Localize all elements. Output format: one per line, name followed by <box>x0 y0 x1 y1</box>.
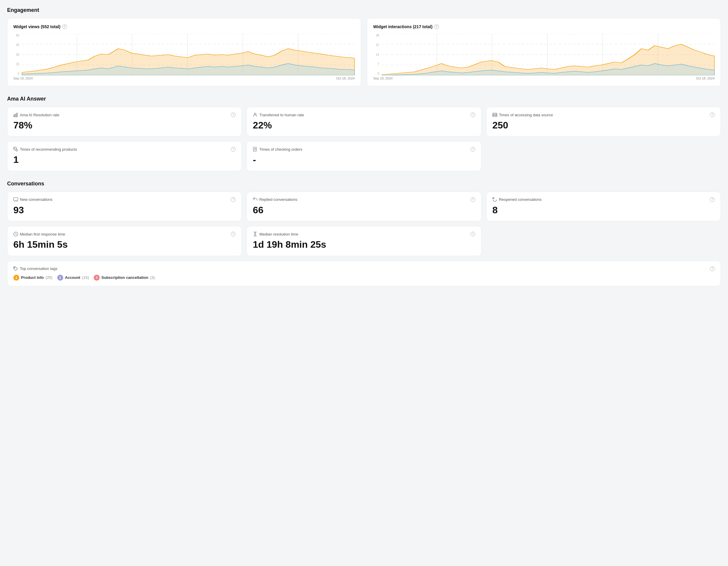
widget-interactions-svg-wrap <box>382 34 715 75</box>
widget-views-y-labels: 60 45 30 15 0 <box>13 34 22 75</box>
widget-interactions-chart-inner: 28 21 14 7 0 <box>373 34 715 75</box>
tag-badge-2: 2 <box>57 275 63 281</box>
median-first-response-value: 6h 15min 5s <box>13 239 236 250</box>
transferred-rate-header: Transferred to human rate ? <box>253 112 475 117</box>
data-source-value: 250 <box>492 120 715 131</box>
median-first-response-help-icon[interactable]: ? <box>231 232 236 236</box>
tag-count-2: (15) <box>82 275 89 280</box>
replied-conversations-label: Replied conversations <box>253 197 297 202</box>
transferred-rate-value: 22% <box>253 120 475 131</box>
tag-name-3: Subscription cancellation <box>101 275 148 280</box>
resolution-rate-value: 78% <box>13 120 236 131</box>
checking-orders-help-icon[interactable]: ? <box>471 147 475 152</box>
new-conversations-label: New conversations <box>13 197 53 202</box>
median-resolution-header: Median resolution time ? <box>253 232 475 236</box>
data-source-help-icon[interactable]: ? <box>710 112 715 117</box>
widget-views-card: Widget views (552 total) ? 60 45 30 15 0 <box>7 18 361 86</box>
replied-conversations-value: 66 <box>253 204 475 216</box>
svg-rect-20 <box>14 115 15 117</box>
median-first-response-header: Median first response time ? <box>13 232 236 236</box>
replied-conversations-card: Replied conversations ? 66 <box>247 192 481 221</box>
checking-orders-value: - <box>253 154 475 165</box>
svg-point-36 <box>14 267 15 268</box>
data-source-header: Times of accessing data source ? <box>492 112 715 117</box>
widget-interactions-title: Widget interactions (217 total) ? <box>373 24 715 29</box>
top-tags-header: Top conversation tags ? <box>13 266 715 271</box>
transferred-rate-help-icon[interactable]: ? <box>471 112 475 117</box>
tag-label-icon <box>13 266 18 271</box>
checking-orders-card: Times of checking orders ? - <box>247 141 481 171</box>
svg-rect-24 <box>493 113 497 114</box>
recommend-products-card: Times of recommending products ? 1 <box>7 141 242 171</box>
replied-conversations-header: Replied conversations ? <box>253 197 475 202</box>
recommend-products-help-icon[interactable]: ? <box>231 147 236 152</box>
widget-views-svg <box>22 34 355 75</box>
tag-item-2: 2 Account(15) <box>57 275 89 281</box>
new-conversations-value: 93 <box>13 204 236 216</box>
widget-interactions-help-icon[interactable]: ? <box>434 24 439 29</box>
recommend-products-value: 1 <box>13 154 236 165</box>
widget-views-title: Widget views (552 total) ? <box>13 24 355 29</box>
tag-name-1: Product info <box>21 275 44 280</box>
tag-badge-3: 3 <box>94 275 100 281</box>
new-conversations-header: New conversations ? <box>13 197 236 202</box>
median-resolution-label: Median resolution time <box>253 232 298 236</box>
tag-name-2: Account <box>65 275 80 280</box>
person-icon <box>253 112 257 117</box>
chart-icon <box>13 112 18 117</box>
svg-point-23 <box>254 113 256 115</box>
reopened-conversations-card: Reopened conversations ? 8 <box>486 192 721 221</box>
widget-views-chart-inner: 60 45 30 15 0 <box>13 34 355 75</box>
tag-badge-1: 1 <box>13 275 19 281</box>
tag-count-3: (3) <box>150 275 155 280</box>
data-source-label: Times of accessing data source <box>492 112 553 117</box>
resolution-rate-header: Ama AI Resolution rate ? <box>13 112 236 117</box>
new-conversations-help-icon[interactable]: ? <box>231 197 236 202</box>
transferred-rate-card: Transferred to human rate ? 22% <box>247 107 481 136</box>
resolution-rate-help-icon[interactable]: ? <box>231 112 236 117</box>
svg-point-28 <box>15 148 15 149</box>
empty-slot-2 <box>486 226 721 256</box>
data-source-card: Times of accessing data source ? 250 <box>486 107 721 136</box>
median-resolution-value: 1d 19h 8min 25s <box>253 239 475 250</box>
svg-rect-22 <box>17 113 18 117</box>
conv-metrics-row-1: New conversations ? 93 Replied conversat… <box>7 192 721 221</box>
chat-icon <box>13 197 18 202</box>
transferred-rate-label: Transferred to human rate <box>253 112 304 117</box>
hourglass-icon <box>253 232 257 236</box>
widget-views-date-labels: Sep 19, 2024 Oct 18, 2024 <box>13 77 355 80</box>
reopen-icon <box>492 197 497 202</box>
median-resolution-help-icon[interactable]: ? <box>471 232 475 236</box>
empty-slot-1 <box>486 141 721 171</box>
widget-views-svg-wrap <box>22 34 355 75</box>
resolution-rate-label: Ama AI Resolution rate <box>13 112 59 117</box>
svg-rect-33 <box>14 198 18 201</box>
reopened-conversations-label: Reopened conversations <box>492 197 542 202</box>
tag-item-3: 3 Subscription cancellation(3) <box>94 275 155 281</box>
top-tags-help-icon[interactable]: ? <box>710 266 715 271</box>
resolution-rate-card: Ama AI Resolution rate ? 78% <box>7 107 242 136</box>
reopened-conversations-help-icon[interactable]: ? <box>710 197 715 202</box>
widget-interactions-svg <box>382 34 715 75</box>
widget-interactions-card: Widget interactions (217 total) ? 28 21 … <box>367 18 721 86</box>
recommend-products-label: Times of recommending products <box>13 147 77 152</box>
replied-conversations-help-icon[interactable]: ? <box>471 197 475 202</box>
engagement-title: Engagement <box>7 7 721 13</box>
recommend-products-header: Times of recommending products ? <box>13 147 236 152</box>
reopened-conversations-header: Reopened conversations ? <box>492 197 715 202</box>
tag-icon <box>13 147 18 152</box>
svg-rect-26 <box>493 115 497 117</box>
tag-item-1: 1 Product info(25) <box>13 275 53 281</box>
ama-ai-metrics-row-2: Times of recommending products ? 1 Times… <box>7 141 721 171</box>
reopened-conversations-value: 8 <box>492 204 715 216</box>
tag-count-1: (25) <box>46 275 53 280</box>
checking-orders-header: Times of checking orders ? <box>253 147 475 152</box>
database-icon <box>492 112 497 117</box>
checking-orders-label: Times of checking orders <box>253 147 302 152</box>
conv-metrics-row-2: Median first response time ? 6h 15min 5s… <box>7 226 721 256</box>
median-resolution-card: Median resolution time ? 1d 19h 8min 25s <box>247 226 481 256</box>
widget-views-help-icon[interactable]: ? <box>62 24 67 29</box>
median-first-response-card: Median first response time ? 6h 15min 5s <box>7 226 242 256</box>
tags-list: 1 Product info(25) 2 Account(15) 3 Subsc… <box>13 275 715 281</box>
top-tags-label: Top conversation tags <box>13 266 57 271</box>
